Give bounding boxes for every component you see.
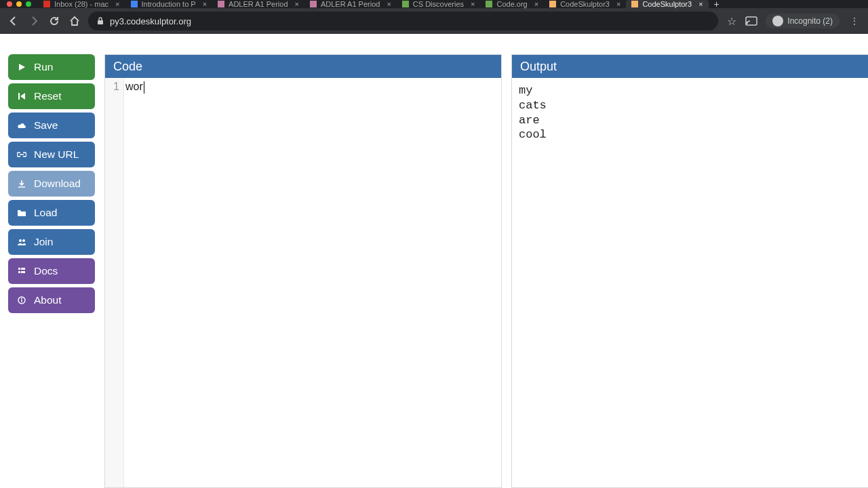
info-icon: [16, 296, 27, 304]
panels: Code 1 wor Output my cats are cool: [104, 54, 868, 488]
svg-rect-5: [18, 268, 20, 270]
browser-tab[interactable]: CodeSkulptor3×: [626, 0, 708, 8]
save-label: Save: [34, 119, 58, 131]
tab-strip: Inbox (28) - mac×Introduction to P×ADLER…: [0, 0, 868, 8]
docs-button[interactable]: Docs: [8, 258, 95, 284]
tab-label: ADLER A1 Period: [321, 0, 380, 8]
text-cursor: [144, 81, 144, 94]
line-number: 1: [113, 81, 119, 92]
incognito-icon: [772, 16, 783, 26]
download-button[interactable]: Download: [8, 171, 95, 197]
tab-favicon: [402, 1, 409, 7]
output-text: my cats are cool: [512, 78, 553, 487]
cloud-upload-icon: [16, 121, 27, 129]
close-window-icon[interactable]: [7, 1, 12, 7]
join-label: Join: [34, 236, 53, 248]
docs-label: Docs: [34, 265, 58, 277]
sidebar: Run Reset Save New URL Download Load Joi…: [8, 54, 95, 488]
browser-tab[interactable]: Inbox (28) - mac×: [38, 0, 125, 8]
svg-rect-11: [21, 300, 22, 302]
tab-favicon: [218, 1, 224, 7]
browser-tab[interactable]: Code.org×: [480, 0, 544, 8]
incognito-label: Incognito (2): [787, 16, 833, 26]
forward-button[interactable]: [27, 14, 41, 28]
browser-tab[interactable]: CodeSkulptor3×: [544, 0, 626, 8]
toolbar-right: Incognito (2) ⋮: [745, 14, 861, 28]
run-label: Run: [34, 61, 53, 73]
reload-button[interactable]: [47, 14, 61, 28]
tab-label: Code.org: [496, 0, 527, 8]
back-button[interactable]: [7, 14, 20, 28]
code-editor[interactable]: wor: [124, 78, 501, 487]
tab-close-icon[interactable]: ×: [471, 0, 475, 8]
tab-label: CS Discoveries: [413, 0, 464, 8]
svg-point-3: [19, 239, 22, 242]
new-url-button[interactable]: New URL: [8, 142, 95, 167]
svg-point-4: [22, 239, 25, 242]
tab-favicon: [131, 1, 138, 7]
users-icon: [16, 238, 27, 246]
output-panel-header: Output: [512, 55, 868, 78]
about-button[interactable]: About: [8, 287, 95, 313]
load-label: Load: [34, 207, 57, 219]
svg-rect-1: [746, 17, 757, 25]
new-tab-button[interactable]: +: [709, 0, 725, 8]
tab-label: CodeSkulptor3: [560, 0, 610, 8]
output-panel-body: my cats are cool: [512, 78, 868, 487]
address-bar[interactable]: py3.codeskulptor.org: [88, 12, 718, 30]
browser-tab[interactable]: CS Discoveries×: [397, 0, 481, 8]
tab-close-icon[interactable]: ×: [698, 0, 703, 8]
incognito-badge[interactable]: Incognito (2): [766, 14, 840, 28]
tab-label: Introduction to P: [142, 0, 196, 8]
save-button[interactable]: Save: [8, 113, 95, 138]
star-icon[interactable]: ☆: [725, 14, 738, 28]
code-panel-header: Code: [105, 55, 501, 78]
tab-close-icon[interactable]: ×: [203, 0, 207, 8]
tab-close-icon[interactable]: ×: [387, 0, 391, 8]
window-controls[interactable]: [0, 1, 38, 7]
tab-close-icon[interactable]: ×: [616, 0, 620, 8]
output-panel-title: Output: [520, 60, 557, 74]
svg-rect-2: [18, 93, 20, 100]
run-button[interactable]: Run: [8, 54, 95, 80]
url-text: py3.codeskulptor.org: [110, 16, 191, 26]
new-url-label: New URL: [34, 148, 79, 161]
svg-rect-8: [21, 271, 25, 273]
browser-chrome: Inbox (28) - mac×Introduction to P×ADLER…: [0, 0, 868, 34]
tab-label: ADLER A1 Period: [229, 0, 288, 8]
reset-button[interactable]: Reset: [8, 83, 95, 109]
minimize-window-icon[interactable]: [16, 1, 22, 7]
svg-rect-7: [18, 271, 20, 273]
browser-tab[interactable]: ADLER A1 Period×: [304, 0, 397, 8]
svg-rect-0: [98, 20, 103, 24]
join-button[interactable]: Join: [8, 229, 95, 255]
tab-close-icon[interactable]: ×: [534, 0, 538, 8]
tab-label: Inbox (28) - mac: [54, 0, 108, 8]
code-panel: Code 1 wor: [104, 54, 502, 488]
load-button[interactable]: Load: [8, 200, 95, 226]
tab-favicon: [549, 1, 556, 7]
lock-icon: [96, 17, 104, 25]
tab-favicon: [310, 1, 317, 7]
home-button[interactable]: [68, 14, 81, 28]
maximize-window-icon[interactable]: [26, 1, 31, 7]
code-line-1: wor: [125, 81, 143, 92]
tab-close-icon[interactable]: ×: [115, 0, 119, 8]
svg-point-10: [21, 298, 22, 300]
line-gutter: 1: [105, 78, 124, 487]
tab-favicon: [43, 1, 50, 7]
menu-button[interactable]: ⋮: [848, 14, 861, 28]
tab-close-icon[interactable]: ×: [295, 0, 299, 8]
tab-label: CodeSkulptor3: [642, 0, 692, 8]
code-panel-body: 1 wor: [105, 78, 501, 487]
code-panel-title: Code: [113, 60, 142, 74]
about-label: About: [34, 294, 62, 306]
browser-tab[interactable]: ADLER A1 Period×: [212, 0, 304, 8]
cast-icon[interactable]: [745, 16, 757, 26]
skip-back-icon: [16, 92, 27, 100]
download-icon: [16, 180, 27, 188]
link-icon: [16, 150, 27, 159]
output-panel: Output my cats are cool: [511, 54, 868, 488]
app-content: Run Reset Save New URL Download Load Joi…: [0, 34, 868, 488]
browser-tab[interactable]: Introduction to P×: [125, 0, 213, 8]
